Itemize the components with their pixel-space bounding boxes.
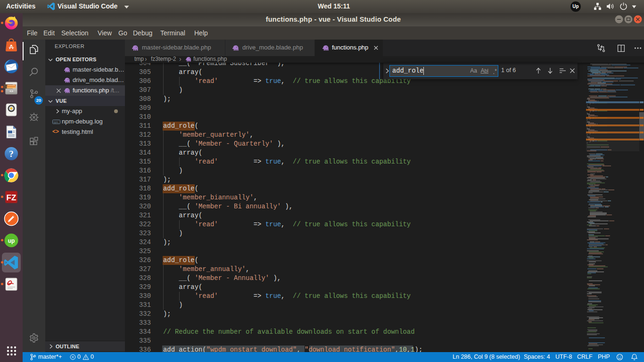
svg-text:?: ? <box>9 149 14 159</box>
svg-text:up: up <box>8 238 15 244</box>
svg-text:FZ: FZ <box>7 193 17 202</box>
svg-text:A: A <box>9 43 14 50</box>
svg-text:npm: npm <box>53 121 58 123</box>
